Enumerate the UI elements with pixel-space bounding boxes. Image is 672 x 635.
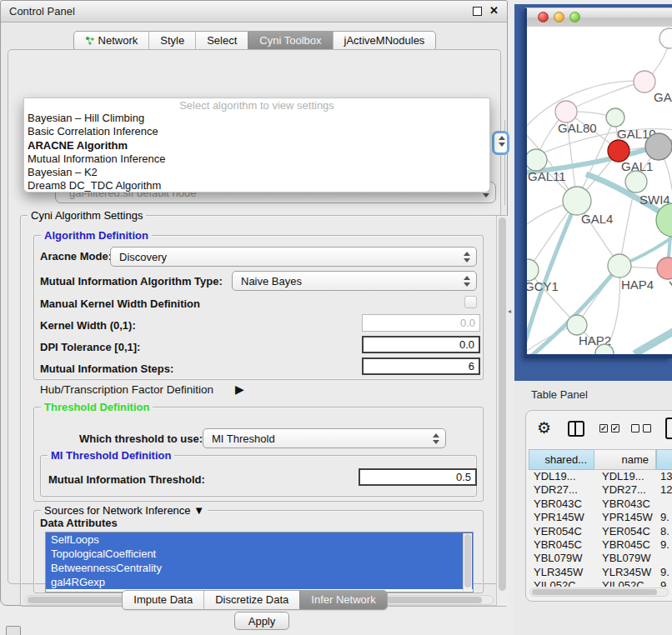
table-row[interactable]: YIL052CYIL052C9. — [529, 579, 672, 587]
data-attributes-list[interactable]: SelfLoopsTopologicalCoefficientBetweenne… — [45, 532, 474, 592]
network-node-GCY1[interactable] — [527, 259, 539, 281]
deselect-all-checkboxes-icon[interactable] — [631, 424, 651, 432]
table-cell: 9. — [656, 566, 672, 579]
select-all-checkboxes-icon[interactable]: ✓ ✓ — [599, 424, 619, 432]
collapse-arrow-icon[interactable]: ▼ — [193, 504, 204, 517]
panel-splitter-handle[interactable]: ◂ — [508, 308, 514, 316]
expand-arrow-icon[interactable]: ▶ — [235, 382, 244, 396]
table-horizontal-scrollbar[interactable] — [529, 588, 669, 597]
algorithm-option[interactable]: Mutual Information Inference — [24, 152, 489, 166]
node-label-GAL80: GAL80 — [558, 121, 597, 135]
zoom-traffic-light-icon[interactable] — [569, 12, 580, 22]
which-threshold-combobox[interactable]: MI Threshold — [203, 428, 446, 448]
table-cell: YLR345W — [594, 566, 656, 579]
network-node-SWI4[interactable] — [625, 171, 647, 192]
mi-algorithm-type-combobox[interactable]: Naive Bayes — [232, 271, 477, 291]
dock-mini-button[interactable] — [6, 626, 21, 635]
tab-jactivemnodules[interactable]: jActiveMNodules — [333, 32, 436, 50]
which-threshold-value: MI Threshold — [212, 432, 275, 445]
tab-network-label: Network — [98, 34, 138, 47]
network-node-GAL10[interactable] — [606, 108, 624, 127]
network-edge[interactable] — [634, 331, 672, 354]
gear-icon[interactable]: ⚙ — [537, 418, 551, 438]
tab-infer-network[interactable]: Infer Network — [299, 591, 386, 609]
network-node-GAL11[interactable] — [527, 149, 547, 171]
network-window-titlebar[interactable] — [527, 8, 672, 28]
algorithm-option[interactable]: Basic Correlation Inference — [24, 125, 489, 138]
aracne-mode-combobox[interactable]: Discovery — [110, 247, 477, 267]
cyni-bottom-tab-bar: Impute Data Discretize Data Infer Networ… — [1, 590, 509, 610]
scrollbar-thumb[interactable] — [464, 534, 471, 588]
node-label-Y-partial: Y — [669, 278, 672, 292]
kernel-width-field[interactable]: 0.0 — [362, 314, 480, 332]
data-attribute-item[interactable]: SelfLoops — [46, 532, 473, 547]
tab-network[interactable]: Network — [74, 32, 149, 50]
combo-arrows-icon — [464, 275, 469, 288]
data-attribute-item[interactable]: gal4RGexp — [46, 575, 473, 589]
column-header-shared-name[interactable]: shared... — [529, 449, 594, 470]
mi-algorithm-type-label: Mutual Information Algorithm Type: — [40, 275, 223, 288]
table-row[interactable]: YBR045CYBR045C9. — [529, 538, 672, 552]
combo-arrows-icon — [433, 432, 439, 445]
scrollbar-thumb[interactable] — [532, 589, 657, 595]
column-header-partial[interactable] — [656, 449, 672, 470]
cyni-toolbox-panel: gal-filtered.sif default node Select alg… — [8, 49, 501, 584]
control-panel-titlebar[interactable]: Control Panel ✕ — [1, 1, 507, 22]
algorithm-combobox-focused[interactable] — [492, 131, 509, 155]
data-attribute-item[interactable]: BetweennessCentrality — [46, 561, 473, 575]
tab-select[interactable]: Select — [195, 32, 248, 50]
network-node-HAP4[interactable] — [608, 254, 631, 278]
mi-threshold-field[interactable]: 0.5 — [359, 468, 477, 486]
table-row[interactable]: YDL19...YDL19...13 — [529, 470, 672, 483]
network-node-GAL-partial[interactable] — [634, 71, 655, 92]
dpi-tolerance-field[interactable]: 0.0 — [362, 336, 480, 353]
apply-button[interactable]: Apply — [234, 612, 289, 630]
float-window-icon[interactable] — [473, 7, 482, 16]
network-edge[interactable] — [566, 82, 644, 112]
list-vertical-scrollbar[interactable] — [463, 533, 472, 591]
tab-cyni-toolbox[interactable]: Cyni Toolbox — [248, 32, 332, 50]
tab-discretize-data[interactable]: Discretize Data — [203, 591, 299, 609]
network-graph[interactable]: GALGAL80GAL10GAL1GAL11SWI4GAL4GCY1HAP4YH… — [527, 27, 672, 354]
network-node-HAP2[interactable] — [567, 315, 587, 335]
network-edge[interactable] — [527, 81, 644, 126]
table-row[interactable]: YPR145WYPR145W9. — [529, 511, 672, 524]
minimize-traffic-light-icon[interactable] — [554, 12, 564, 22]
table-row[interactable]: YBL079WYBL079W — [529, 552, 672, 565]
scrollbar-thumb[interactable] — [499, 218, 506, 591]
close-icon[interactable]: ✕ — [489, 4, 499, 17]
network-canvas[interactable]: GALGAL80GAL10GAL1GAL11SWI4GAL4GCY1HAP4YH… — [527, 27, 672, 354]
data-attribute-item[interactable]: TopologicalCoefficient — [46, 547, 473, 561]
table-cell: YBL079W — [594, 552, 656, 565]
table-row[interactable]: YER054CYER054C8. — [529, 525, 672, 538]
network-node-GAL4[interactable] — [563, 187, 591, 215]
table-cell: YDL19... — [594, 470, 656, 483]
algorithm-option[interactable]: ARACNE Algorithm — [24, 139, 489, 152]
table-function-icon[interactable] — [665, 418, 672, 439]
tab-impute-data[interactable]: Impute Data — [123, 591, 203, 609]
control-panel-window: Control Panel ✕ Network Style Select Cyn… — [0, 0, 508, 606]
network-node-Y-partial[interactable] — [657, 258, 672, 279]
manual-kernel-width-checkbox[interactable] — [464, 296, 477, 308]
mi-steps-field[interactable]: 6 — [362, 358, 480, 375]
table-cell: YPR145W — [529, 511, 594, 524]
close-traffic-light-icon[interactable] — [538, 12, 549, 22]
table-row[interactable]: YBR043CYBR043C — [529, 498, 672, 511]
network-node-gray-node[interactable] — [645, 133, 672, 160]
table-cell: YER054C — [529, 525, 594, 538]
table-cell: 8. — [656, 525, 672, 538]
network-node-top-node[interactable] — [659, 28, 672, 48]
kernel-width-label: Kernel Width (0,1): — [40, 319, 136, 332]
network-icon — [85, 36, 95, 46]
network-node-GAL80[interactable] — [555, 101, 577, 122]
column-header-name[interactable]: name — [594, 449, 656, 470]
table-row[interactable]: YLR345WYLR345W9. — [529, 566, 672, 579]
table-toolbar: ⚙ ✓ ✓ — [526, 418, 672, 442]
tab-style[interactable]: Style — [148, 32, 195, 50]
columns-icon[interactable] — [568, 421, 584, 437]
algorithm-option[interactable]: Dream8 DC_TDC Algorithm — [24, 179, 489, 192]
settings-vertical-scrollbar[interactable] — [496, 216, 508, 606]
algorithm-option[interactable]: Bayesian – K2 — [24, 166, 489, 179]
table-row[interactable]: YDR27...YDR27...12 — [529, 483, 672, 497]
algorithm-option[interactable]: Bayesian – Hill Climbing — [24, 112, 489, 125]
